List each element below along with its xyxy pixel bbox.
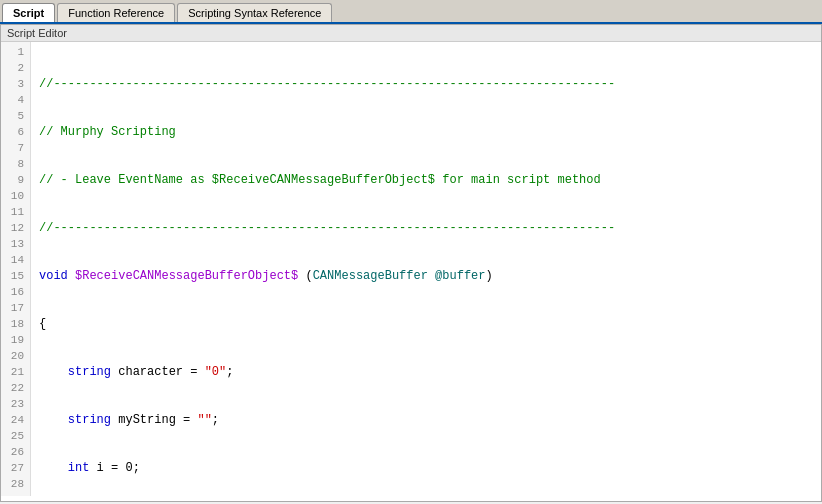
code-content[interactable]: //--------------------------------------…	[31, 42, 821, 496]
code-area[interactable]: 12345 678910 1112131415 1617181920 21222…	[1, 42, 821, 496]
tab-function-reference[interactable]: Function Reference	[57, 3, 175, 22]
editor-header: Script Editor	[1, 25, 821, 42]
tab-scripting-syntax[interactable]: Scripting Syntax Reference	[177, 3, 332, 22]
line-numbers: 12345 678910 1112131415 1617181920 21222…	[1, 42, 31, 496]
tab-script[interactable]: Script	[2, 3, 55, 22]
tab-bar: Script Function Reference Scripting Synt…	[0, 0, 822, 24]
app-container: Script Function Reference Scripting Synt…	[0, 0, 822, 504]
editor-container: Script Editor 12345 678910 1112131415 16…	[0, 24, 822, 502]
